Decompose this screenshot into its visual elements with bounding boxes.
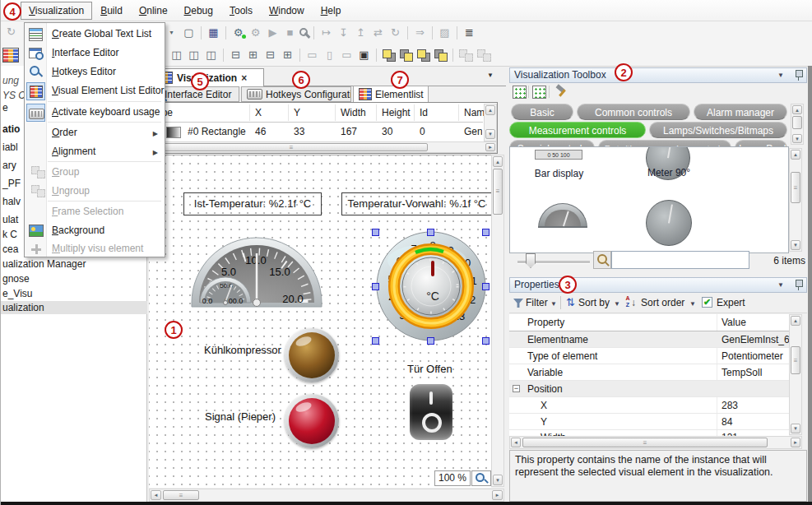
property-row-type-of-element[interactable]: Type of element Potentiometer [509,348,789,364]
scroll-up-icon[interactable]: ▲ [792,105,802,114]
potentiometer[interactable]: 3 4 5 6 7 8 9 10 11 12 13 °C [369,225,491,348]
toolbox-search-input[interactable] [611,251,749,269]
collapse-icon[interactable]: − [513,385,520,392]
new-file-icon[interactable]: ▢ [182,26,196,39]
lamp-signal-pieper[interactable] [285,394,339,448]
toolbox-grid2-icon[interactable] [532,86,546,99]
filter-dropdown-icon[interactable]: ▼ [550,300,557,308]
zoom-magnifier-button[interactable] [471,470,491,486]
menu-item-background[interactable]: Background [25,221,165,240]
lamp-kuehlkompressor[interactable] [285,328,339,382]
same-size-icon[interactable]: ▭ [340,49,354,61]
tab-elementlist[interactable]: Elementlist [353,86,429,103]
scroll-down-icon[interactable]: ▼ [493,475,503,485]
property-row-variable[interactable]: Variable TempSoll [509,364,789,381]
panel-menu-icon[interactable]: ▼ [777,281,784,289]
small-meter-gauge[interactable]: 50.0 0.0 100.0 [198,274,253,305]
textfield-temperatur-vorwahl[interactable]: Temperatur-Vorwahl: %.1f °C [341,192,491,215]
scroll-up-icon[interactable]: ▲ [485,105,495,115]
column-header-y[interactable]: Y [289,104,336,121]
menu-tools[interactable]: Tools [221,2,261,20]
menu-item-hotkeys-editor[interactable]: Hotkeys Editor [25,63,165,81]
zoom-level-box[interactable]: 100 % [434,470,471,486]
category-common-controls[interactable]: Common controls [577,104,690,120]
column-header-width[interactable]: Width [336,104,377,121]
send-backward-icon[interactable] [434,49,447,61]
toolbox-panel-title[interactable]: Visualization Toolbox [509,67,807,83]
close-tab-icon[interactable]: × [241,72,247,84]
scroll-down-icon[interactable]: ▼ [792,134,802,143]
selection-handle[interactable] [372,337,379,345]
send-to-back-icon[interactable] [400,49,412,61]
selection-handle[interactable] [372,283,379,290]
wrench-icon[interactable] [299,27,310,39]
scroll-up-icon[interactable]: ▲ [791,150,800,160]
label-kuehlkompressor[interactable]: Kühlkompressor [204,344,281,356]
column-header-id[interactable]: Id [415,104,459,121]
redo-stub-icon[interactable]: ↻ [4,25,18,38]
step-over-icon[interactable]: ↦ [319,26,333,39]
same-height-icon[interactable]: ▯ [322,49,336,61]
align-middle-icon[interactable]: ⊞ [246,49,260,61]
scroll-right-icon[interactable]: ► [492,490,503,500]
menu-item-interface-editor[interactable]: Interface Editor [25,44,165,63]
align-bottom-icon[interactable]: ⊟ [263,49,277,61]
rocker-switch-tuer-offen[interactable] [410,384,452,440]
scroll-up-icon[interactable]: ▲ [493,156,503,167]
step-out-icon[interactable]: ↥ [354,26,368,39]
menu-item-alignment[interactable]: Alignment ▶ [25,142,165,161]
textfield-ist-temperatur[interactable]: Ist-Temperatur: %2.1f °C [183,192,322,215]
step-into-icon[interactable]: ↧ [336,26,350,39]
selection-handle[interactable] [482,229,490,236]
scroll-thumb[interactable]: ≡ [163,490,199,500]
selection-handle[interactable] [482,337,490,345]
category-imagepool[interactable]: ImagePool [735,140,787,146]
tree-item-visualization-manager[interactable]: ualization Manager [1,257,147,271]
toolbox-items-scrollbar[interactable]: ▲ ≡ ▼ [789,148,802,252]
properties-panel-title[interactable]: Properties [509,277,807,293]
scroll-left-icon[interactable]: ◄ [151,490,161,500]
property-group-position[interactable]: − Position [509,381,789,397]
align-center-icon[interactable]: ◫ [169,49,183,61]
sort-by-dropdown-icon[interactable]: ▼ [614,300,620,308]
logout-icon[interactable]: ⚙ [248,26,262,39]
scroll-down-icon[interactable]: ▼ [791,424,800,433]
sort-by-button[interactable]: Sort by [578,297,610,308]
pin-icon[interactable] [796,70,803,77]
label-signal-pieper[interactable]: Signal (Pieper) [205,410,276,423]
menu-item-frame-selection[interactable]: Frame Selection [25,202,165,221]
scroll-thumb[interactable]: ≡ [493,169,503,215]
category-alarm-manager[interactable]: Alarm manager [694,104,787,120]
toolbox-item-meter-180[interactable] [538,203,587,228]
label-tuer-offen[interactable]: Tür Offen [407,363,452,375]
canvas-vscrollbar[interactable]: ▲ ≡ ▼ [491,155,504,487]
watchlist-icon[interactable]: ≣ [462,26,476,39]
selection-handle[interactable] [482,283,490,290]
table-hscrollbar[interactable]: ≡ ► [152,141,497,153]
menu-visualization[interactable]: Visualization [21,2,92,20]
menu-item-group[interactable]: Group [25,163,165,182]
toolbox-hammer-icon[interactable] [554,85,568,97]
bring-to-front-icon[interactable] [383,49,395,61]
menu-debug[interactable]: Debug [176,2,221,20]
scroll-down-icon[interactable]: ▼ [791,240,800,250]
group-icon[interactable] [459,49,472,61]
sort-order-dropdown-icon[interactable]: ▼ [689,300,696,308]
scroll-thumb[interactable]: ≡ [791,346,800,374]
scroll-right-icon[interactable]: ► [485,143,495,151]
align-top-icon[interactable]: ⊟ [229,49,243,61]
category-scrollbar[interactable]: ▲ ▼ [791,104,804,145]
panel-menu-icon[interactable]: ▼ [777,72,784,79]
same-width-icon[interactable]: ▭ [305,49,319,61]
document-tab-visualization[interactable]: Visualization × [154,68,264,86]
tab-hotkeys-configuration[interactable]: Hotkeys Configuration [241,86,351,102]
scroll-down-icon[interactable]: ▼ [485,129,495,139]
bring-forward-icon[interactable] [417,49,429,61]
tab-list-dropdown-icon[interactable]: ▼ [487,72,494,79]
selection-handle[interactable] [427,337,434,345]
tree-item-visu[interactable]: e_Visu [1,287,147,300]
scroll-right-icon[interactable]: ► [791,438,800,447]
menu-help[interactable]: Help [313,2,350,20]
pin-icon[interactable] [796,280,803,287]
flow-control-icon[interactable]: ⇒ [413,26,427,39]
